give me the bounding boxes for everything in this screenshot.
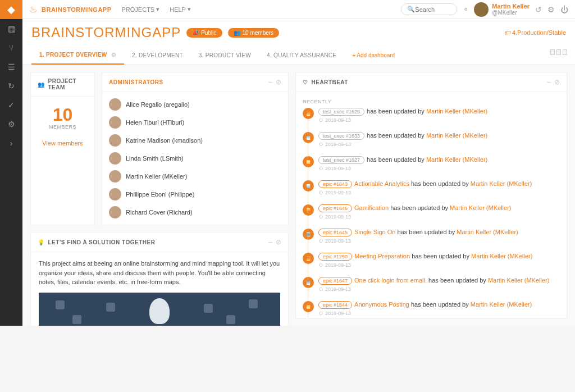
power-icon[interactable]: ⏻ [560,5,568,14]
heartbeat-item: ≣epic #1645Single Sign On has been updat… [303,229,560,252]
heartbeat-item: ≣test_exec #1628has been updated by Mart… [303,108,560,131]
activity-user-link[interactable]: Martin Keller (MKeller) [488,277,549,284]
admin-row[interactable]: Phillippe Eboni (Philippe) [102,185,288,203]
tab-qa[interactable]: 4. QUALITY ASSURANCE [259,47,344,64]
breadcrumb[interactable]: BRAINSTORMINGAPP [42,6,112,13]
nav-settings-icon[interactable]: ⚙ [0,115,22,134]
activity-tag[interactable]: test_exec #1633 [318,132,364,140]
heartbeat-item: ≣epic #1643Actionable Analytics has been… [303,180,560,203]
activity-tag[interactable]: epic #1643 [318,180,352,188]
admin-row[interactable]: Katrine Madison (kmadison) [102,131,288,149]
admin-row[interactable]: Martin Keller (MKeller) [102,167,288,185]
chevron-down-icon: ▾ [156,6,159,13]
view-members-link[interactable]: View members [42,140,83,147]
user-block[interactable]: Martin Keller @MKeller [492,3,530,16]
activity-subject[interactable]: Actionable Analytics [354,180,409,187]
avatar [109,206,121,218]
notifications-icon[interactable]: ⚬ [463,5,469,14]
activity-tag[interactable]: epic #1645 [318,229,352,236]
activity-subject[interactable]: Meeting Preparation [354,253,410,259]
app-logo[interactable]: ◆ [0,0,22,19]
admin-name: Martin Keller (MKeller) [126,173,187,180]
panel-title-heartbeat: ♡HEARTBEAT [303,79,348,85]
activity-date: ⏲2019-09-13 [318,142,560,147]
administrators-panel: ADMINISTRATORS – ⊘ Alice Regalio (aregal… [102,72,289,225]
clock-icon: ⏲ [318,117,323,123]
admin-name: Linda Smith (LSmith) [126,155,184,162]
heartbeat-item: ≣epic #1646Gamification has been updated… [303,204,560,227]
activity-user-link[interactable]: Martin Keller (MKeller) [426,132,487,139]
activity-subject[interactable]: One click login from email. [354,277,427,284]
activity-date: ⏲2019-09-13 [318,286,560,292]
nav-help[interactable]: HELP ▾ [170,6,191,13]
admin-row[interactable]: Richard Cover (Richard) [102,203,288,221]
activity-user-link[interactable]: Martin Keller (MKeller) [426,108,487,115]
project-team-panel: 👥PROJECT TEAM 10 MEMBERS View members [30,72,95,225]
topbar: ♨ BRAINSTORMINGAPP PROJECTS ▾ HELP ▾ 🔍 ⚬… [22,0,575,19]
activity-user-link[interactable]: Martin Keller (MKeller) [471,301,532,308]
nav-branch-icon[interactable]: ⑂ [0,38,22,57]
activity-subject[interactable]: Single Sign On [354,229,395,235]
members-badge[interactable]: 👥10 members [228,28,280,38]
nav-refresh-icon[interactable]: ↻ [0,76,22,95]
description-panel: 💡LET'S FIND A SOLUTION TOGETHER – ⊘ This… [30,232,289,326]
nav-check-icon[interactable]: ✓ [0,95,22,115]
activity-tag[interactable]: epic #1644 [318,301,352,309]
page-title: BRAINSTORMINGAPP [31,25,181,40]
admin-row[interactable]: Alice Regalio (aregalio) [102,95,288,113]
activity-text: has been updated by [411,301,471,308]
layout-toggle[interactable] [550,49,567,55]
activity-user-link[interactable]: Martin Keller (MKeller) [450,204,511,211]
status-tag[interactable]: 🏷4.Production/Stable [504,29,566,36]
user-avatar[interactable] [474,2,489,17]
gear-icon[interactable]: ⚙ [547,5,555,14]
admin-row[interactable]: Linda Smith (LSmith) [102,149,288,167]
history-icon[interactable]: ↺ [535,5,542,14]
activity-tag[interactable]: test_exec #1627 [318,156,364,164]
gear-icon: ⚙ [111,52,116,58]
nav-collapse-icon[interactable]: › [0,134,22,153]
nav-projects[interactable]: PROJECTS ▾ [122,6,160,13]
activity-user-link[interactable]: Martin Keller (MKeller) [471,253,532,259]
tab-product[interactable]: 3. PRODUCT VIEW [191,47,259,64]
tab-overview[interactable]: 1. PROJECT OVERVIEW ⚙ [31,46,124,65]
activity-date: ⏲2019-09-13 [318,262,560,268]
activity-marker-icon: ≣ [303,156,314,167]
activity-tag[interactable]: test_exec #1628 [318,108,364,116]
activity-text: has been updated by [367,108,426,115]
activity-subject[interactable]: Gamification [354,204,389,211]
people-icon: 👥 [234,30,240,36]
activity-tag[interactable]: epic #1250 [318,253,352,261]
public-badge[interactable]: 📣Public [186,28,222,38]
search-box[interactable]: 🔍 [401,3,457,15]
admin-name: Alice Regalio (aregalio) [126,101,190,108]
search-input[interactable] [415,6,449,13]
minimize-icon[interactable]: – [547,78,551,86]
activity-user-link[interactable]: Martin Keller (MKeller) [457,229,518,235]
close-icon[interactable]: ⊘ [276,238,281,246]
panel-title-team: 👥PROJECT TEAM [38,78,88,90]
activity-user-link[interactable]: Martin Keller (MKeller) [426,156,487,163]
avatar [109,134,121,147]
admin-name: Katrine Madison (kmadison) [126,137,203,144]
minimize-icon[interactable]: – [268,238,272,246]
nav-list-icon[interactable]: ☰ [0,57,22,76]
nav-grid-icon[interactable]: ▦ [0,19,22,38]
activity-tag[interactable]: epic #1647 [318,277,352,285]
user-name: Martin Keller [492,3,530,10]
activity-subject[interactable]: Anonymous Posting [354,301,409,308]
activity-tag[interactable]: epic #1646 [318,204,352,212]
admin-row[interactable]: Helen Tiburi (HTiburi) [102,113,288,131]
close-icon[interactable]: ⊘ [276,78,281,86]
megaphone-icon: 📣 [192,30,199,36]
activity-marker-icon: ≣ [303,132,314,143]
tab-development[interactable]: 2. DEVELOPMENT [124,47,191,64]
admin-name: Richard Cover (Richard) [126,209,193,216]
minimize-icon[interactable]: – [268,78,272,86]
add-dashboard[interactable]: + Add dashboard [344,47,403,64]
close-icon[interactable]: ⊘ [554,78,560,86]
tag-icon: 🏷 [504,29,510,36]
activity-user-link[interactable]: Martin Keller (MKeller) [471,180,532,187]
activity-text: has been updated by [390,204,450,211]
activity-marker-icon: ≣ [303,277,314,288]
